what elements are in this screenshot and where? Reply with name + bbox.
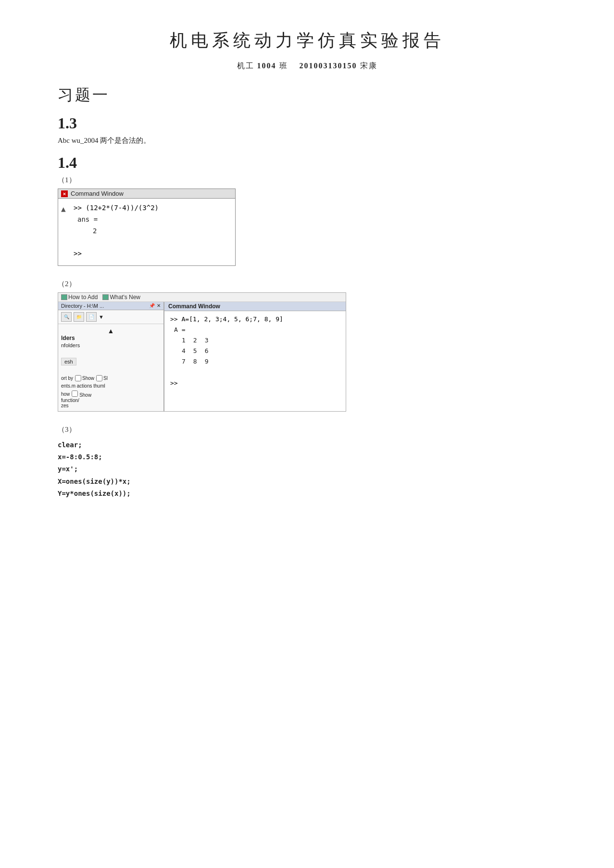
subtitle-class-num: 1004 bbox=[257, 62, 276, 70]
function-label: function/ bbox=[61, 398, 79, 403]
subtitle-class-label: 机工 bbox=[237, 62, 254, 70]
section-1-3-heading: 1.3 bbox=[58, 114, 556, 132]
table-row: 4 5 6 bbox=[182, 346, 216, 356]
subtitle-class-word: 班 bbox=[279, 62, 288, 70]
table-cell: 1 bbox=[182, 335, 193, 346]
matlab-cmdwin-titlebar-2: Command Window bbox=[164, 302, 346, 311]
si-checkbox[interactable] bbox=[96, 375, 102, 381]
menu-icon-2: What's New bbox=[102, 294, 140, 301]
table-cell: 9 bbox=[205, 356, 216, 367]
actions-label: actions bbox=[77, 383, 92, 389]
matlab-menubar: How to Add What's New bbox=[58, 293, 346, 302]
sidebar-icons: 📌 ✕ bbox=[149, 303, 161, 308]
cmd-body-1: ▲ >> (12+2*(7-4))/(3^2) ans = 2 >> bbox=[58, 199, 235, 265]
main-title: 机电系统动力学仿真实验报告 bbox=[58, 29, 556, 52]
si-checkbox-label[interactable]: Sl bbox=[96, 375, 108, 381]
show2-checkbox[interactable] bbox=[72, 390, 78, 397]
zes-label: zes bbox=[61, 403, 69, 408]
zes-row: zes bbox=[61, 403, 161, 408]
subsection-3-label: （3） bbox=[58, 425, 556, 434]
close-icon-sidebar[interactable]: ✕ bbox=[157, 303, 161, 308]
table-cell: 4 bbox=[182, 346, 193, 356]
matlab-sidebar: Directory - H:\M ... 📌 ✕ 🔍 📁 📄 ▼ bbox=[58, 302, 164, 411]
show1-label: Show bbox=[82, 376, 94, 381]
table-row: 1 2 3 bbox=[182, 335, 216, 346]
code-line-2: x=-8:0.5:8; bbox=[58, 451, 556, 463]
table-cell: 5 bbox=[193, 346, 205, 356]
matlab-window-2: How to Add What's New Directory - H:\M .… bbox=[58, 292, 346, 412]
thumb-label: thuml bbox=[93, 383, 105, 389]
section-title-cn: 习题一 bbox=[58, 85, 556, 106]
command-window-1: × Command Window ▲ >> (12+2*(7-4))/(3^2)… bbox=[58, 189, 236, 266]
show1-checkbox[interactable] bbox=[75, 375, 81, 381]
section-1-3-text: Abc wu_2004 两个是合法的。 bbox=[58, 136, 556, 145]
ents-actions-row: ents.m actions thuml bbox=[61, 383, 161, 389]
cmd-result-label-1: ans = bbox=[77, 214, 229, 226]
subsection-1-label: （1） bbox=[58, 176, 556, 185]
cmd2-result-label: A = bbox=[174, 325, 340, 335]
cmd2-prompt: >> A=[1, 2, 3;4, 5, 6;7, 8, 9] bbox=[170, 314, 340, 325]
code-line-1: clear; bbox=[58, 439, 556, 451]
cmd2-next-prompt: >> bbox=[170, 378, 340, 389]
cmd-next-prompt-1: >> bbox=[74, 248, 229, 260]
menu-how-to-add[interactable]: How to Add bbox=[68, 294, 98, 301]
si-label: Sl bbox=[103, 376, 108, 381]
subsection-2-label: （2） bbox=[58, 279, 556, 289]
pin-icon[interactable]: 📌 bbox=[149, 303, 155, 308]
cmd-prompt-1: >> (12+2*(7-4))/(3^2) bbox=[74, 202, 229, 214]
code-block-3: clear; x=-8:0.5:8; y=x'; X=ones(size(y))… bbox=[58, 439, 556, 500]
matlab-sidebar-content: ▲ lders nfolders esh ort by Show Sl bbox=[58, 324, 163, 411]
sidebar-title: Directory - H:\M ... bbox=[61, 303, 104, 309]
matrix-table: 1 2 3 4 5 6 7 8 9 bbox=[182, 335, 216, 367]
scroll-up-icon-2[interactable]: ▲ bbox=[61, 327, 161, 335]
menu-icon-1: How to Add bbox=[61, 294, 98, 301]
table-row: 7 8 9 bbox=[182, 356, 216, 367]
scroll-up-icon[interactable]: ▲ bbox=[61, 202, 66, 215]
cmd-window-title-1: Command Window bbox=[71, 190, 124, 197]
table-cell: 3 bbox=[205, 335, 216, 346]
subtitle: 机工 1004 班 201003130150 宋康 bbox=[58, 61, 556, 71]
show2-label: Show bbox=[79, 392, 91, 398]
table-cell: 6 bbox=[205, 346, 216, 356]
how-label: how bbox=[61, 391, 70, 397]
sort-by-label: ort by bbox=[61, 376, 73, 381]
ents-m-label: ents.m bbox=[61, 383, 75, 389]
cmd-titlebar-1: × Command Window bbox=[58, 189, 235, 199]
dropdown-arrow[interactable]: ▼ bbox=[99, 314, 104, 320]
toolbar-btn-2[interactable]: 📁 bbox=[74, 312, 84, 322]
folder-label: lders bbox=[61, 335, 161, 341]
section-1-4-heading: 1.4 bbox=[58, 154, 556, 172]
function-zes-row: function/ bbox=[61, 398, 161, 403]
table-cell: 8 bbox=[193, 356, 205, 367]
toolbar-btn-3[interactable]: 📄 bbox=[86, 312, 97, 322]
subtitle-id: 201003130150 bbox=[300, 62, 357, 70]
subfolder-label: nfolders bbox=[61, 342, 161, 348]
show1-checkbox-label[interactable]: Show bbox=[75, 375, 94, 381]
show2-checkbox-label[interactable]: Show bbox=[72, 390, 91, 398]
code-line-3: y=x'; bbox=[58, 463, 556, 475]
menu-whats-new[interactable]: What's New bbox=[110, 294, 140, 301]
options-row-1: ort by Show Sl bbox=[61, 375, 161, 381]
matlab-cmdwin-body-2: >> A=[1, 2, 3;4, 5, 6;7, 8, 9] A = 1 2 3… bbox=[164, 311, 346, 394]
matlab-sidebar-toolbar: 🔍 📁 📄 ▼ bbox=[58, 310, 163, 324]
close-icon[interactable]: × bbox=[61, 190, 68, 197]
cmd-result-val-1: 2 bbox=[93, 226, 229, 237]
code-line-4: X=ones(size(y))*x; bbox=[58, 476, 556, 488]
matlab-cmdwin-2: Command Window >> A=[1, 2, 3;4, 5, 6;7, … bbox=[164, 302, 346, 411]
matlab-main-area: Directory - H:\M ... 📌 ✕ 🔍 📁 📄 ▼ bbox=[58, 302, 346, 411]
table-cell: 2 bbox=[193, 335, 205, 346]
subtitle-name: 宋康 bbox=[360, 62, 377, 70]
options-row-2: how Show bbox=[61, 390, 161, 398]
ssh-label: esh bbox=[61, 358, 76, 365]
code-line-5: Y=y*ones(size(x)); bbox=[58, 488, 556, 500]
table-cell: 7 bbox=[182, 356, 193, 367]
matlab-sidebar-titlebar: Directory - H:\M ... 📌 ✕ bbox=[58, 302, 163, 310]
toolbar-btn-1[interactable]: 🔍 bbox=[61, 312, 72, 322]
